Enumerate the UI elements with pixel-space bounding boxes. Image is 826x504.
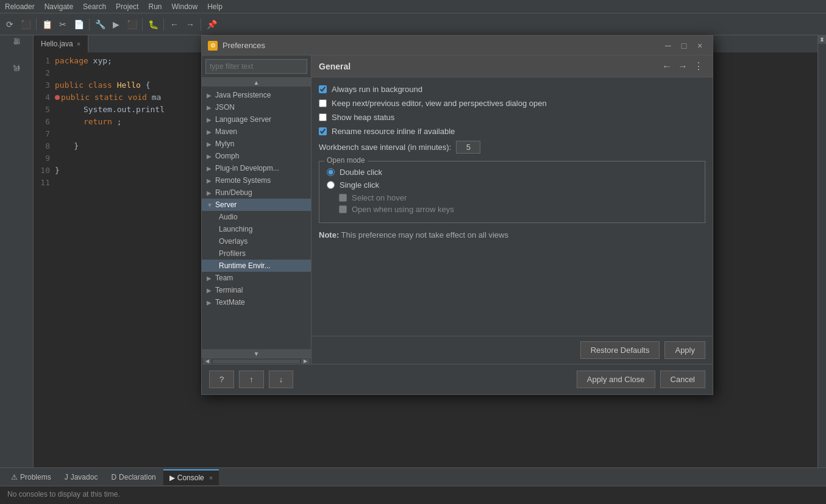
nav-maven[interactable]: ▶ Maven xyxy=(202,126,311,138)
nav-run-debug[interactable]: ▶ Run/Debug xyxy=(202,186,311,199)
toolbar-btn-debug[interactable]: 🐛 xyxy=(146,17,160,32)
tab-console[interactable]: ▶ Console × xyxy=(163,469,219,485)
toolbar-btn-8[interactable]: ⬛ xyxy=(124,17,139,32)
content-forward-button[interactable]: → xyxy=(676,60,689,73)
select-on-hover-label: Select on hover xyxy=(352,193,407,202)
nav-terminal[interactable]: ▶ Terminal xyxy=(202,284,311,296)
menu-project[interactable]: Project xyxy=(116,2,138,11)
toolbar-btn-4[interactable]: ✂ xyxy=(55,17,70,32)
help-button[interactable]: ? xyxy=(209,371,234,388)
import-button[interactable]: ↓ xyxy=(269,371,294,388)
nav-textmate[interactable]: ▶ TextMate xyxy=(202,296,311,308)
always-run-bg-checkbox[interactable] xyxy=(319,85,327,93)
breakpoint-indicator xyxy=(55,95,60,100)
nav-label-runtime-env: Runtime Envir... xyxy=(219,261,271,270)
nav-horizontal-scroll[interactable]: ◀ ▶ xyxy=(202,358,311,364)
nav-runtime-env[interactable]: Runtime Envir... xyxy=(202,260,311,272)
dialog-titlebar: ⚙ Preferences ─ □ × xyxy=(202,36,713,55)
nav-launching[interactable]: Launching xyxy=(202,223,311,235)
interval-label: Workbench save interval (in minutes): xyxy=(319,143,451,152)
menu-window[interactable]: Window xyxy=(171,2,198,11)
radio-double-click-row: Double click xyxy=(327,168,697,177)
nav-hscroll-right[interactable]: ▶ xyxy=(301,359,310,364)
nav-remote-systems[interactable]: ▶ Remote Systems xyxy=(202,174,311,186)
nav-label-team: Team xyxy=(215,274,306,282)
nav-plugin-dev[interactable]: ▶ Plug-in Developm... xyxy=(202,162,311,174)
menu-reloader[interactable]: Reloader xyxy=(5,2,35,11)
nav-audio[interactable]: Audio xyxy=(202,211,311,223)
dialog-minimize-button[interactable]: ─ xyxy=(661,39,675,52)
toolbar-btn-back[interactable]: ← xyxy=(167,17,182,32)
toolbar-btn-6[interactable]: 🔧 xyxy=(93,17,107,32)
toolbar-btn-forward[interactable]: → xyxy=(183,17,198,32)
editor-tab-label: Hello.java xyxy=(41,40,73,48)
dialog-maximize-button[interactable]: □ xyxy=(677,39,691,52)
nav-label-terminal: Terminal xyxy=(215,286,306,294)
tab-javadoc[interactable]: J Javadoc xyxy=(59,469,104,485)
tab-console-close[interactable]: × xyxy=(209,474,213,481)
apply-button[interactable]: Apply xyxy=(664,341,705,359)
nav-arrow-plugin-dev: ▶ xyxy=(207,165,215,172)
interval-input[interactable] xyxy=(456,141,480,154)
sidebar-code[interactable]: 代码 xyxy=(4,65,29,89)
nav-team[interactable]: ▶ Team xyxy=(202,272,311,284)
single-click-radio[interactable] xyxy=(327,181,335,189)
tab-problems[interactable]: ⚠ Problems xyxy=(5,469,57,485)
tab-declaration[interactable]: D Declaration xyxy=(105,469,162,485)
select-on-hover-row: Select on hover xyxy=(339,193,697,202)
apply-and-close-button[interactable]: Apply and Close xyxy=(577,371,655,388)
cancel-button[interactable]: Cancel xyxy=(660,371,705,388)
nav-overlays[interactable]: Overlays xyxy=(202,235,311,247)
keep-editor-checkbox[interactable] xyxy=(319,99,327,107)
nav-arrow-mylyn: ▶ xyxy=(207,141,215,147)
content-back-button[interactable]: ← xyxy=(660,60,674,73)
menu-search[interactable]: Search xyxy=(83,2,106,11)
show-heap-label: Show heap status xyxy=(332,113,394,122)
nav-json[interactable]: ▶ JSON xyxy=(202,101,311,113)
menu-run[interactable]: Run xyxy=(148,2,162,11)
nav-arrow-oomph: ▶ xyxy=(207,153,215,160)
double-click-radio[interactable] xyxy=(327,168,335,176)
note-label: Note: xyxy=(319,230,339,240)
show-heap-checkbox[interactable] xyxy=(319,113,327,121)
export-button[interactable]: ↑ xyxy=(239,371,264,388)
restore-defaults-button[interactable]: Restore Defaults xyxy=(580,341,660,359)
nav-java-persistence[interactable]: ▶ Java Persistence xyxy=(202,89,311,101)
editor-tab-close[interactable]: × xyxy=(77,40,80,48)
toolbar-btn-3[interactable]: 📋 xyxy=(40,17,54,32)
left-sidebar: 管理 代码 xyxy=(0,35,34,467)
menu-navigate[interactable]: Navigate xyxy=(45,2,73,11)
nav-language-server[interactable]: ▶ Language Server xyxy=(202,113,311,126)
nav-mylyn[interactable]: ▶ Mylyn xyxy=(202,138,311,150)
nav-hscroll-left[interactable]: ◀ xyxy=(203,359,212,364)
editor-scrollbar[interactable]: ▲ ▼ xyxy=(817,35,826,467)
toolbar-separator-3 xyxy=(142,18,143,30)
open-mode-legend: Open mode xyxy=(324,156,368,165)
nav-scroll-down[interactable]: ▼ xyxy=(202,349,311,358)
rename-resource-checkbox[interactable] xyxy=(319,127,327,135)
nav-label-audio: Audio xyxy=(219,213,238,221)
dialog-close-button[interactable]: × xyxy=(693,39,707,52)
sidebar-package-explorer[interactable]: 管理 xyxy=(4,38,29,62)
toolbar-btn-1[interactable]: ⟳ xyxy=(2,17,17,32)
nav-oomph[interactable]: ▶ Oomph xyxy=(202,150,311,162)
nav-server[interactable]: ▼ Server xyxy=(202,199,311,211)
toolbar-btn-7[interactable]: ▶ xyxy=(109,17,123,32)
nav-profilers[interactable]: Profilers xyxy=(202,247,311,260)
menu-help[interactable]: Help xyxy=(207,2,223,11)
nav-scroll-up[interactable]: ▲ xyxy=(202,78,311,87)
nav-label-maven: Maven xyxy=(215,127,306,136)
nav-label-json: JSON xyxy=(215,103,306,112)
toolbar-btn-last[interactable]: 📌 xyxy=(204,17,219,32)
content-menu-button[interactable]: ⋮ xyxy=(692,60,705,73)
toolbar-btn-2[interactable]: ⬛ xyxy=(18,17,33,32)
keep-editor-label: Keep next/previous editor, view and pers… xyxy=(332,99,547,108)
editor-tab-hello[interactable]: Hello.java × xyxy=(34,35,88,52)
scroll-down-arrow[interactable]: ▼ xyxy=(818,35,826,43)
toolbar-btn-5[interactable]: 📄 xyxy=(71,17,86,32)
toolbar-separator-2 xyxy=(89,18,90,30)
declaration-icon: D xyxy=(111,473,116,481)
toolbar-separator-4 xyxy=(163,18,164,30)
content-nav-buttons: ← → ⋮ xyxy=(660,60,705,73)
filter-input[interactable] xyxy=(205,59,307,74)
